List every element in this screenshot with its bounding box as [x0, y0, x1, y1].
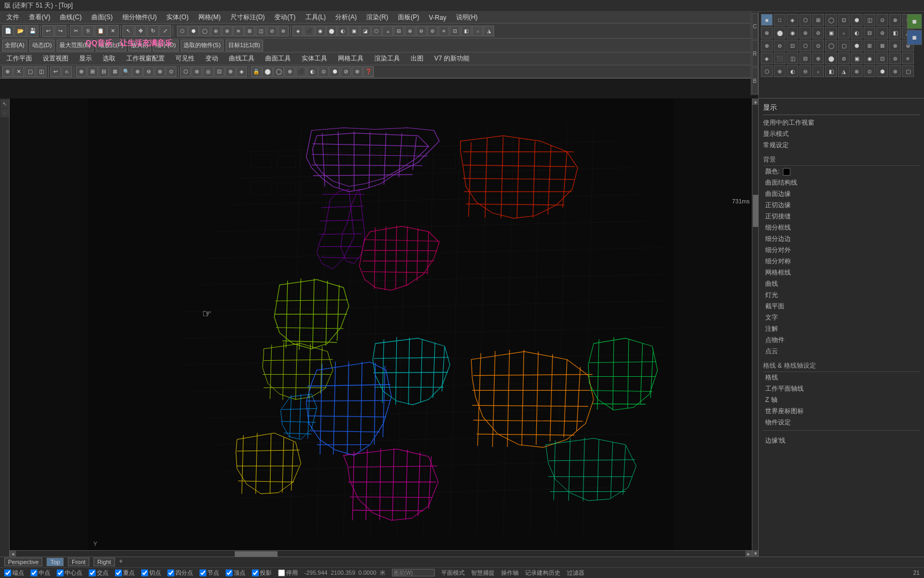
rpt-btn-4[interactable]: ⬡ [799, 14, 811, 26]
rpt-btn-39[interactable]: ◫ [787, 52, 798, 64]
rpt-btn-48[interactable]: ≡ [902, 52, 914, 64]
tb-r17[interactable]: ◪ [360, 26, 371, 36]
rpt-btn-11[interactable]: ⊕ [889, 14, 901, 26]
view-perspective[interactable]: Perspective [4, 558, 42, 566]
tt-25[interactable]: ⊕ [284, 66, 295, 77]
rpt-btn-6[interactable]: ◯ [825, 14, 837, 26]
rpt-btn-57[interactable]: ⊙ [864, 65, 875, 77]
prop-world-icon[interactable]: 世界座标图标 [763, 406, 920, 417]
prop-subd-frame[interactable]: 细分框线 [763, 222, 920, 233]
menu-transform[interactable]: 变动(T) [270, 12, 299, 23]
rpt-btn-21[interactable]: ⊟ [864, 27, 875, 39]
sec-surfacetools[interactable]: 曲面工具 [261, 53, 295, 64]
tb-r26[interactable]: ◧ [461, 26, 472, 36]
rpt-btn-51[interactable]: ◐ [787, 65, 798, 77]
tb-r3[interactable]: ◯ [199, 26, 210, 36]
rpt-green-btn[interactable]: ■ [907, 14, 922, 29]
main-viewport[interactable]: Y ↑ → X ☞ [10, 98, 752, 557]
menu-render[interactable]: 渲染(R) [362, 12, 392, 23]
rpt-btn-49[interactable]: ⬡ [761, 65, 773, 77]
left-tool-cursor[interactable]: ↖ [1, 100, 9, 108]
tt-30[interactable]: ⊘ [341, 66, 351, 77]
rpt-btn-58[interactable]: ⬢ [876, 65, 888, 77]
menu-surface[interactable]: 曲面(S) [87, 12, 117, 23]
tt-32[interactable]: ❓ [363, 66, 374, 77]
tb-r27[interactable]: ⬦ [472, 26, 483, 36]
prop-display-mode[interactable]: 显示模式 [763, 128, 920, 140]
prop-subd-symmetry[interactable]: 细分对称 [763, 256, 920, 267]
qa-target[interactable]: 目标1比1(B) [226, 40, 263, 51]
rpt-btn-25[interactable]: ⊕ [761, 40, 773, 51]
rpt-btn-3[interactable]: ◈ [787, 14, 798, 26]
qa-ratio[interactable]: 缩放比(F) [96, 40, 126, 51]
tt-1[interactable]: ⊕ [2, 66, 13, 77]
rpt-btn-46[interactable]: ⊡ [876, 52, 888, 64]
prop-z-axis[interactable]: Z 轴 [763, 394, 920, 406]
snap-endpoint[interactable]: 端点 [4, 569, 24, 577]
snap-mode[interactable]: 智慧捕捉 [471, 569, 495, 577]
rpt-btn-44[interactable]: ▣ [851, 52, 863, 64]
prop-surface-structure[interactable]: 曲面结构线 [763, 177, 920, 188]
tt-26[interactable]: ⬛ [296, 66, 306, 77]
tb-r11[interactable]: ◈ [292, 26, 303, 36]
rpt-btn-43[interactable]: ⊘ [838, 52, 850, 64]
view-front[interactable]: Front [68, 558, 89, 566]
sec-viewconfig[interactable]: 工作视窗配置 [122, 53, 169, 64]
prop-text[interactable]: 文字 [763, 312, 920, 323]
rpt-btn-18[interactable]: ▣ [825, 27, 837, 39]
tt-10[interactable]: ⊠ [110, 66, 120, 77]
rsb-b-btn[interactable]: B [752, 67, 758, 94]
rpt-btn-30[interactable]: ◯ [825, 40, 837, 51]
rpt-btn-19[interactable]: ⬦ [838, 27, 850, 39]
rpt-btn-42[interactable]: ⬤ [825, 52, 837, 64]
rpt-btn-5[interactable]: ⊞ [812, 14, 824, 26]
rsb-r-btn[interactable]: R [752, 40, 758, 67]
tb-r2[interactable]: ⬢ [188, 26, 199, 36]
viewport-scrollbar[interactable]: ▲ ▼ [752, 98, 758, 557]
tb-r28[interactable]: ◮ [483, 26, 494, 36]
rpt-btn-7[interactable]: ⊡ [838, 14, 850, 26]
rpt-btn-54[interactable]: ◧ [825, 65, 837, 77]
record-history[interactable]: 记录建构历史 [525, 569, 560, 577]
color-swatch[interactable] [783, 168, 790, 176]
menu-solid[interactable]: 实体(O) [162, 12, 192, 23]
prop-workplane-axis[interactable]: 工作平面轴线 [763, 383, 920, 394]
rpt-btn-8[interactable]: ⬢ [851, 14, 863, 26]
tt-3[interactable]: ▢ [25, 66, 35, 77]
rpt-blue-btn[interactable]: ■ [907, 30, 922, 45]
prop-tangent-seam[interactable]: 正切接缝 [763, 211, 920, 222]
rpt-btn-9[interactable]: ◫ [864, 14, 875, 26]
qa-all[interactable]: 全部(A) [2, 40, 27, 51]
snap-near[interactable]: 重点 [115, 569, 135, 577]
menu-subd[interactable]: 细分物件(U) [118, 12, 161, 23]
rpt-btn-15[interactable]: ◉ [787, 27, 798, 39]
rpt-btn-31[interactable]: ▢ [838, 40, 850, 51]
scroll-thumb[interactable] [753, 195, 758, 227]
tb-r1[interactable]: ⬡ [177, 26, 188, 36]
prop-general-settings[interactable]: 常规设定 [763, 140, 920, 151]
tb-move[interactable]: ✥ [135, 25, 147, 37]
tt-14[interactable]: ⊗ [155, 66, 165, 77]
prop-annotation[interactable]: 注解 [763, 323, 920, 334]
tt-9[interactable]: ⊟ [98, 66, 109, 77]
prop-surface-edge[interactable]: 曲面边缘 [763, 188, 920, 200]
view-top[interactable]: Top [47, 558, 64, 566]
menu-file[interactable]: 文件 [2, 12, 24, 23]
snap-center[interactable]: 中心点 [57, 569, 82, 577]
tt-19[interactable]: ⊡ [214, 66, 225, 77]
sec-visible[interactable]: 可见性 [171, 53, 199, 64]
tb-r9[interactable]: ⊘ [267, 26, 278, 36]
tb-delete[interactable]: ✕ [107, 25, 119, 37]
tb-undo[interactable]: ↩ [42, 25, 54, 37]
rpt-btn-55[interactable]: ◮ [838, 65, 850, 77]
rpt-btn-60[interactable]: ▢ [902, 65, 914, 77]
left-tool-2[interactable]: · [1, 109, 9, 117]
tb-r7[interactable]: ⊞ [244, 26, 255, 36]
qa-dynamic[interactable]: 动态(D) [29, 40, 55, 51]
prop-tangent-edge[interactable]: 正切边缘 [763, 200, 920, 211]
rpt-btn-20[interactable]: ◐ [851, 27, 863, 39]
sec-transform[interactable]: 变动 [201, 53, 222, 64]
rpt-btn-38[interactable]: ⬛ [774, 52, 786, 64]
sec-rendertools[interactable]: 渲染工具 [370, 53, 404, 64]
rpt-btn-wire[interactable]: □ [774, 14, 786, 26]
